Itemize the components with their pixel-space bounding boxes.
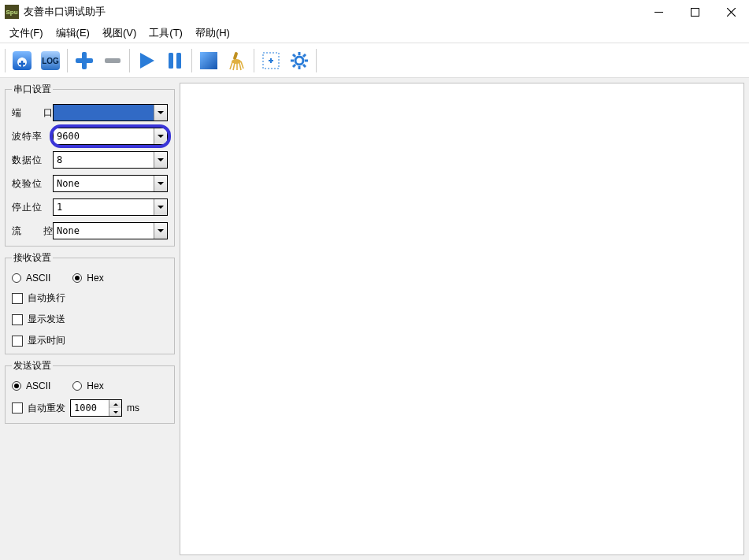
svg-rect-16: [176, 53, 181, 69]
radio-icon: [72, 381, 82, 391]
menu-help[interactable]: 帮助(H): [189, 23, 236, 43]
add-button[interactable]: [71, 47, 98, 74]
titlebar: Spu 友善串口调试助手: [0, 0, 749, 24]
send-hex-radio[interactable]: Hex: [72, 380, 103, 391]
svg-rect-15: [169, 53, 173, 69]
menu-view[interactable]: 视图(V): [96, 23, 143, 43]
output-area[interactable]: [180, 83, 744, 555]
clear-screen-button[interactable]: [195, 47, 222, 74]
checkbox-icon: [12, 336, 23, 347]
remove-button[interactable]: [99, 47, 126, 74]
send-ascii-label: ASCII: [26, 380, 50, 391]
radio-icon: [72, 273, 82, 283]
toolbar-separator: [129, 49, 130, 72]
databits-label: 数据位: [12, 154, 53, 167]
baud-label: 波特率: [12, 130, 53, 143]
baud-combo[interactable]: 9600: [53, 128, 168, 145]
recv-ascii-label: ASCII: [26, 273, 50, 284]
send-hex-label: Hex: [87, 380, 103, 391]
interval-unit: ms: [127, 402, 139, 414]
flow-label: 流控: [12, 224, 53, 238]
toolbar-separator: [67, 49, 68, 72]
svg-marker-14: [140, 53, 154, 69]
toolbar-separator: [316, 49, 317, 72]
app-icon: Spu: [5, 5, 19, 19]
svg-rect-1: [691, 8, 699, 16]
settings-button[interactable]: [286, 47, 313, 74]
left-panel: 串口设置 端口 波特率 9600 数据位: [0, 78, 180, 560]
maximize-button[interactable]: [677, 0, 713, 24]
auto-resend-checkbox[interactable]: 自动重发 1000 ms: [12, 399, 168, 417]
checkbox-icon: [12, 314, 23, 325]
menu-edit[interactable]: 编辑(E): [50, 23, 96, 43]
recv-hex-label: Hex: [87, 273, 103, 284]
toolbar-separator: [254, 49, 254, 72]
stopbits-label: 停止位: [12, 201, 53, 214]
flow-combo-button[interactable]: [154, 223, 167, 239]
menu-tools[interactable]: 工具(T): [143, 23, 189, 43]
port-label: 端口: [12, 106, 53, 120]
stopbits-combo-button[interactable]: [154, 199, 167, 215]
play-button[interactable]: [133, 47, 160, 74]
stopbits-combo[interactable]: 1: [53, 198, 168, 216]
send-ascii-radio[interactable]: ASCII: [12, 380, 50, 391]
clear-button[interactable]: [224, 47, 250, 74]
recv-ascii-radio[interactable]: ASCII: [12, 273, 50, 284]
send-settings-legend: 发送设置: [12, 359, 53, 373]
show-time-checkbox[interactable]: 显示时间: [12, 334, 168, 347]
close-button[interactable]: [713, 0, 749, 24]
auto-resend-label: 自动重发: [28, 402, 65, 415]
show-send-checkbox[interactable]: 显示发送: [12, 313, 168, 326]
recv-hex-radio[interactable]: Hex: [72, 273, 103, 284]
serial-settings-group: 串口设置 端口 波特率 9600 数据位: [5, 83, 175, 247]
svg-rect-13: [105, 58, 121, 63]
radio-icon: [12, 381, 21, 391]
checkbox-icon: [12, 293, 23, 304]
resend-interval-spinner[interactable]: 1000: [70, 399, 122, 417]
databits-combo-button[interactable]: [154, 152, 167, 168]
parity-combo-button[interactable]: [154, 176, 167, 191]
menubar: 文件(F) 编辑(E) 视图(V) 工具(T) 帮助(H): [0, 24, 749, 43]
svg-text:LOG: LOG: [42, 57, 59, 65]
radio-icon: [12, 273, 21, 283]
receive-settings-legend: 接收设置: [12, 251, 53, 265]
show-time-label: 显示时间: [28, 334, 65, 347]
auto-wrap-checkbox[interactable]: 自动换行: [12, 291, 168, 305]
port-combo[interactable]: [53, 104, 168, 121]
databits-combo[interactable]: 8: [53, 151, 168, 169]
pause-button[interactable]: [161, 47, 188, 74]
svg-rect-18: [233, 51, 239, 60]
svg-point-23: [295, 57, 303, 65]
svg-line-31: [293, 65, 295, 67]
baud-combo-button[interactable]: [154, 128, 167, 144]
parity-combo[interactable]: None: [53, 175, 168, 192]
receive-settings-group: 接收设置 ASCII Hex 自动换行 显示发送: [5, 251, 175, 354]
send-settings-group: 发送设置 ASCII Hex 自动重发 1000 ms: [5, 359, 175, 424]
connect-button[interactable]: [9, 47, 35, 74]
spin-down-icon[interactable]: [109, 408, 121, 416]
serial-settings-legend: 串口设置: [12, 83, 53, 96]
port-combo-button[interactable]: [154, 105, 167, 121]
menu-file[interactable]: 文件(F): [3, 23, 50, 43]
toolbar-separator: [5, 49, 6, 72]
svg-rect-17: [200, 52, 217, 69]
svg-line-28: [293, 54, 295, 57]
window-title: 友善串口调试助手: [24, 5, 640, 19]
show-send-label: 显示发送: [28, 313, 65, 326]
minimize-button[interactable]: [640, 0, 677, 24]
svg-rect-12: [76, 58, 93, 63]
checkbox-icon: [12, 402, 23, 414]
toolbar-separator: [191, 49, 192, 72]
parity-label: 校验位: [12, 177, 53, 191]
new-window-button[interactable]: [258, 47, 284, 74]
toolbar: LOG: [0, 43, 749, 78]
svg-line-29: [303, 65, 306, 67]
auto-wrap-label: 自动换行: [28, 291, 65, 305]
spin-up-icon[interactable]: [109, 400, 121, 408]
log-button[interactable]: LOG: [37, 47, 64, 74]
svg-line-30: [303, 54, 306, 57]
flow-combo[interactable]: None: [53, 222, 168, 239]
